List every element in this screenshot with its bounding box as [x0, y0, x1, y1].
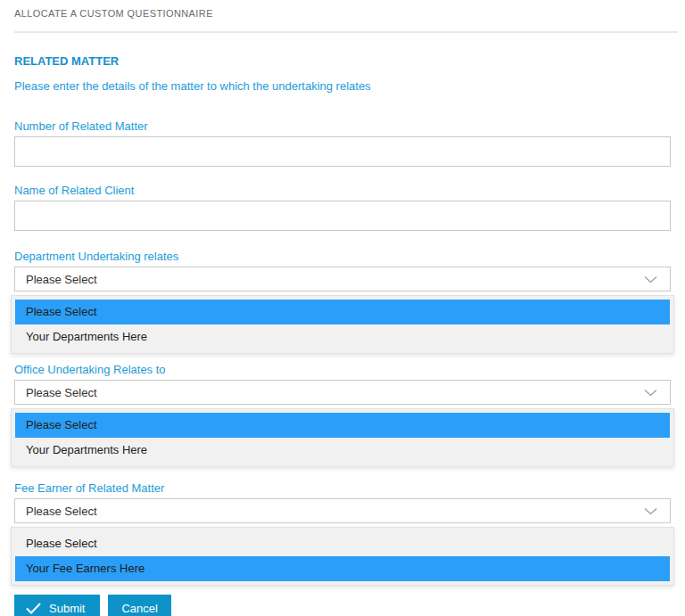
department-option-your-departments[interactable]: Your Departments Here — [15, 324, 670, 349]
submit-label: Submit — [49, 602, 85, 615]
fee-earner-label: Fee Earner of Related Matter — [14, 481, 671, 495]
fee-earner-select-value: Please Select — [26, 505, 97, 518]
field-department: Department Undertaking relates Please Se… — [14, 250, 671, 354]
cancel-button[interactable]: Cancel — [108, 595, 170, 616]
field-number-of-related-matter: Number of Related Matter — [14, 119, 671, 167]
divider — [14, 31, 678, 33]
section-title: RELATED MATTER — [14, 54, 671, 68]
form-content: RELATED MATTER Please enter the details … — [0, 54, 685, 586]
office-select-value: Please Select — [26, 386, 97, 399]
department-select[interactable]: Please Select — [14, 267, 671, 292]
submit-button[interactable]: Submit — [14, 595, 100, 616]
check-icon — [26, 603, 41, 614]
number-of-related-matter-label: Number of Related Matter — [14, 119, 671, 133]
office-option-your-departments[interactable]: Your Departments Here — [15, 438, 670, 463]
office-label: Office Undertaking Relates to — [14, 363, 671, 376]
department-label: Department Undertaking relates — [14, 250, 671, 263]
name-of-related-client-input[interactable] — [14, 201, 671, 231]
office-dropdown-panel: Please Select Your Departments Here — [11, 408, 674, 467]
department-select-value: Please Select — [26, 273, 97, 286]
fee-earner-option-please-select[interactable]: Please Select — [15, 531, 670, 556]
number-of-related-matter-input[interactable] — [14, 136, 671, 167]
field-name-of-related-client: Name of Related Client — [14, 184, 671, 231]
field-office: Office Undertaking Relates to Please Sel… — [14, 363, 671, 467]
button-row: Submit Cancel — [0, 595, 685, 616]
department-option-please-select[interactable]: Please Select — [15, 300, 670, 324]
office-option-please-select[interactable]: Please Select — [15, 413, 670, 438]
office-select[interactable]: Please Select — [14, 380, 671, 405]
cancel-label: Cancel — [121, 602, 157, 615]
page-title: ALLOCATE A CUSTOM QUESTIONNAIRE — [0, 0, 685, 19]
field-fee-earner: Fee Earner of Related Matter Please Sele… — [14, 481, 671, 586]
chevron-down-icon — [644, 507, 657, 515]
chevron-down-icon — [644, 389, 657, 397]
fee-earner-dropdown-panel: Please Select Your Fee Earners Here — [11, 527, 674, 586]
department-dropdown-panel: Please Select Your Departments Here — [11, 295, 674, 354]
allocate-questionnaire-page: ALLOCATE A CUSTOM QUESTIONNAIRE RELATED … — [0, 0, 685, 616]
fee-earner-option-your-fee-earners[interactable]: Your Fee Earners Here — [15, 556, 670, 581]
section-subtitle: Please enter the details of the matter t… — [14, 79, 671, 93]
fee-earner-select[interactable]: Please Select — [14, 498, 671, 523]
name-of-related-client-label: Name of Related Client — [14, 184, 671, 197]
chevron-down-icon — [644, 275, 657, 283]
